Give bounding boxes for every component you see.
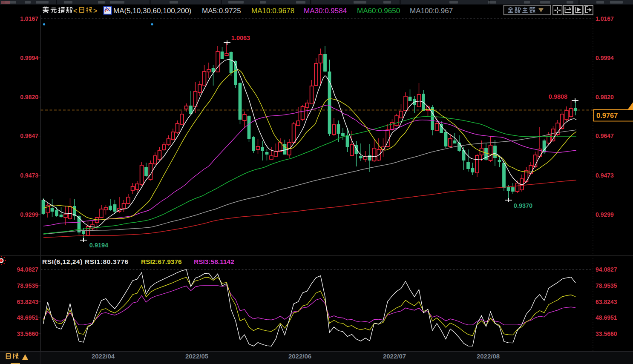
- svg-text:94.0827: 94.0827: [17, 266, 38, 273]
- svg-text:48.6951: 48.6951: [596, 314, 617, 321]
- svg-text:78.9535: 78.9535: [596, 282, 617, 289]
- svg-text:1.0167: 1.0167: [596, 15, 614, 22]
- svg-text:0.9808: 0.9808: [549, 93, 567, 100]
- svg-text:0.9820: 0.9820: [20, 94, 38, 100]
- svg-text:MA(5,10,30,60,100,200): MA(5,10,30,60,100,200): [113, 7, 191, 15]
- svg-text:0.9647: 0.9647: [20, 132, 38, 139]
- svg-text:2022/08: 2022/08: [477, 353, 500, 360]
- svg-text:63.8243: 63.8243: [596, 298, 617, 305]
- svg-text:78.9535: 78.9535: [17, 282, 38, 289]
- svg-text:33.5660: 33.5660: [17, 330, 38, 337]
- svg-text:>: >: [93, 7, 97, 14]
- svg-text:0.9299: 0.9299: [596, 211, 614, 218]
- svg-text:48.6951: 48.6951: [17, 314, 38, 321]
- svg-text:1.0167: 1.0167: [20, 15, 38, 22]
- svg-text:0.9194: 0.9194: [89, 242, 108, 249]
- svg-text:2022/06: 2022/06: [288, 353, 311, 360]
- svg-text:0.9299: 0.9299: [20, 211, 38, 218]
- svg-text:1.0063: 1.0063: [231, 34, 250, 41]
- svg-text:MA5:0.9725: MA5:0.9725: [202, 7, 241, 15]
- svg-text:2022/07: 2022/07: [383, 353, 406, 360]
- svg-text:MA10:0.9678: MA10:0.9678: [251, 7, 294, 15]
- svg-text:0.9473: 0.9473: [596, 172, 614, 179]
- svg-text:63.8243: 63.8243: [17, 298, 38, 305]
- svg-text:0.9647: 0.9647: [596, 132, 614, 139]
- svg-text:0.9994: 0.9994: [596, 54, 614, 61]
- svg-text:RSI2:67.9376: RSI2:67.9376: [141, 258, 182, 265]
- svg-text:0.9370: 0.9370: [514, 202, 532, 209]
- svg-text:94.0827: 94.0827: [596, 266, 617, 273]
- svg-text:0.9820: 0.9820: [596, 94, 614, 100]
- svg-text:RSI3:58.1142: RSI3:58.1142: [194, 258, 234, 265]
- svg-text:MA100:0.967: MA100:0.967: [410, 7, 453, 15]
- svg-text:0.9767: 0.9767: [596, 112, 618, 119]
- svg-text:33.5660: 33.5660: [596, 330, 617, 337]
- svg-text:MA60:0.9650: MA60:0.9650: [357, 7, 400, 15]
- svg-text:0.9473: 0.9473: [20, 172, 38, 179]
- svg-text:MA30:0.9584: MA30:0.9584: [304, 7, 347, 15]
- svg-text:2022/05: 2022/05: [185, 353, 208, 360]
- svg-text:RSI(6,12,24) RSI1:80.3776: RSI(6,12,24) RSI1:80.3776: [42, 258, 129, 265]
- svg-text:<: <: [73, 7, 77, 14]
- svg-text:0.9994: 0.9994: [20, 54, 38, 61]
- svg-text:2022/04: 2022/04: [92, 353, 115, 360]
